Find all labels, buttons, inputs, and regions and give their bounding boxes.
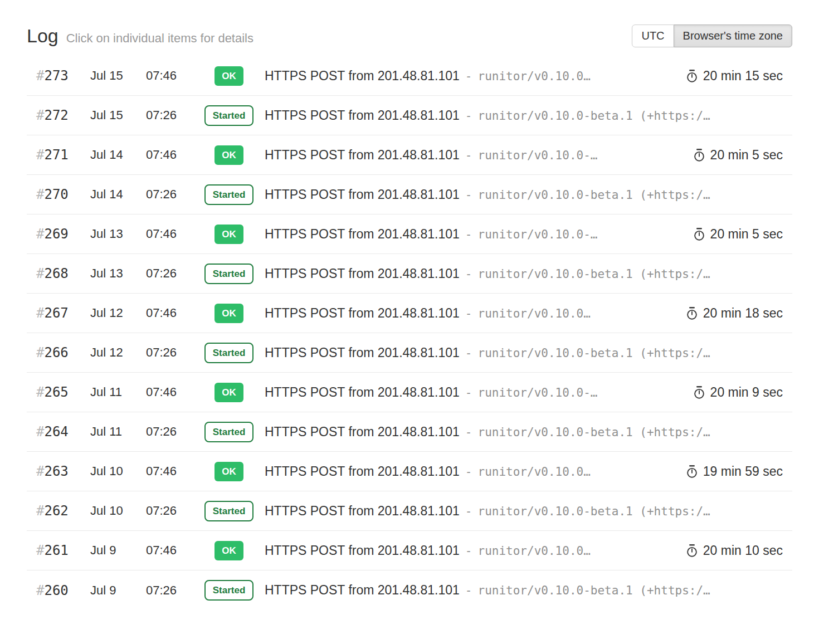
event-date: Jul 10 <box>90 464 146 479</box>
event-time: 07:46 <box>146 148 193 162</box>
log-page: Log Click on individual items for detail… <box>0 0 819 610</box>
separator-dash: - <box>465 228 472 241</box>
event-time: 07:26 <box>146 345 193 360</box>
event-time: 07:26 <box>146 504 193 518</box>
log-row[interactable]: #264 Jul 11 07:26 Started HTTPS POST fro… <box>27 412 792 452</box>
event-message: HTTPS POST from 201.48.81.101 <box>265 69 460 84</box>
stopwatch-icon <box>686 544 698 558</box>
log-row[interactable]: #262 Jul 10 07:26 Started HTTPS POST fro… <box>27 491 792 531</box>
event-message: HTTPS POST from 201.48.81.101 <box>265 266 460 281</box>
event-message: HTTPS POST from 201.48.81.101 <box>265 306 460 321</box>
log-row[interactable]: #265 Jul 11 07:46 OK HTTPS POST from 201… <box>27 373 792 412</box>
duration-text: 19 min 59 sec <box>703 464 783 479</box>
separator-dash: - <box>465 426 472 439</box>
event-message: HTTPS POST from 201.48.81.101 <box>265 148 460 163</box>
event-description: HTTPS POST from 201.48.81.101-runitor/v0… <box>265 69 686 84</box>
status-badge-cell: OK <box>193 145 265 165</box>
hash-prefix: # <box>36 424 44 440</box>
event-duration: 20 min 15 sec <box>686 69 783 84</box>
event-message: HTTPS POST from 201.48.81.101 <box>265 583 460 598</box>
check-number: #262 <box>36 503 90 519</box>
check-number: #271 <box>36 147 90 163</box>
user-agent-remark: runitor/v0.10.0-beta.1 (+https:/… <box>478 347 710 360</box>
page-header: Log Click on individual items for detail… <box>27 25 792 47</box>
separator-dash: - <box>465 465 472 479</box>
log-row[interactable]: #261 Jul 9 07:46 OK HTTPS POST from 201.… <box>27 531 792 570</box>
separator-dash: - <box>465 267 472 281</box>
log-row[interactable]: #267 Jul 12 07:46 OK HTTPS POST from 201… <box>27 294 792 333</box>
stopwatch-icon <box>693 386 705 399</box>
duration-text: 20 min 9 sec <box>710 385 783 400</box>
log-row[interactable]: #268 Jul 13 07:26 Started HTTPS POST fro… <box>27 254 792 294</box>
log-row[interactable]: #266 Jul 12 07:26 Started HTTPS POST fro… <box>27 333 792 373</box>
status-badge-cell: OK <box>193 541 265 560</box>
status-badge: OK <box>214 462 243 481</box>
status-badge-cell: Started <box>193 343 265 363</box>
event-description: HTTPS POST from 201.48.81.101-runitor/v0… <box>265 187 783 202</box>
log-row[interactable]: #270 Jul 14 07:26 Started HTTPS POST fro… <box>27 175 792 214</box>
check-number-value: 272 <box>44 108 68 123</box>
status-badge: OK <box>214 145 243 165</box>
event-message: HTTPS POST from 201.48.81.101 <box>265 543 460 558</box>
log-row[interactable]: #273 Jul 15 07:46 OK HTTPS POST from 201… <box>27 56 792 96</box>
user-agent-remark: runitor/v0.10.0-… <box>478 149 598 162</box>
hash-prefix: # <box>36 226 44 242</box>
check-number: #269 <box>36 226 90 242</box>
event-description: HTTPS POST from 201.48.81.101-runitor/v0… <box>265 266 783 281</box>
event-duration: 20 min 5 sec <box>693 227 783 242</box>
check-number: #267 <box>36 305 90 321</box>
event-date: Jul 13 <box>90 227 146 241</box>
user-agent-remark: runitor/v0.10.0-beta.1 (+https:/… <box>478 584 710 597</box>
event-time: 07:26 <box>146 266 193 281</box>
status-badge-cell: Started <box>193 105 265 126</box>
check-number: #266 <box>36 345 90 360</box>
status-badge: Started <box>204 264 254 284</box>
check-number: #273 <box>36 68 90 84</box>
log-row[interactable]: #271 Jul 14 07:46 OK HTTPS POST from 201… <box>27 135 792 175</box>
event-date: Jul 9 <box>90 543 146 558</box>
log-list: #273 Jul 15 07:46 OK HTTPS POST from 201… <box>27 56 792 610</box>
stopwatch-icon <box>686 465 698 479</box>
event-date: Jul 12 <box>90 306 146 320</box>
status-badge-cell: OK <box>193 66 265 86</box>
event-time: 07:26 <box>146 108 193 123</box>
event-duration: 20 min 9 sec <box>693 385 783 400</box>
browser-timezone-button[interactable]: Browser's time zone <box>674 25 792 47</box>
user-agent-remark: runitor/v0.10.0-beta.1 (+https:/… <box>478 505 710 518</box>
check-number-value: 269 <box>44 226 68 242</box>
event-date: Jul 9 <box>90 583 146 598</box>
check-number: #261 <box>36 543 90 558</box>
event-description: HTTPS POST from 201.48.81.101-runitor/v0… <box>265 108 783 123</box>
event-time: 07:46 <box>146 464 193 479</box>
event-time: 07:46 <box>146 543 193 558</box>
hash-prefix: # <box>36 187 44 202</box>
event-time: 07:46 <box>146 69 193 83</box>
log-row[interactable]: #260 Jul 9 07:26 Started HTTPS POST from… <box>27 570 792 610</box>
separator-dash: - <box>465 584 472 597</box>
event-description: HTTPS POST from 201.48.81.101-runitor/v0… <box>265 345 783 360</box>
utc-button[interactable]: UTC <box>632 25 674 47</box>
event-message: HTTPS POST from 201.48.81.101 <box>265 464 460 479</box>
hash-prefix: # <box>36 108 44 123</box>
check-number: #270 <box>36 187 90 202</box>
event-date: Jul 11 <box>90 425 146 439</box>
status-badge-cell: Started <box>193 184 265 205</box>
check-number-value: 270 <box>44 187 68 202</box>
status-badge-cell: OK <box>193 225 265 244</box>
duration-text: 20 min 5 sec <box>710 227 783 242</box>
log-row[interactable]: #272 Jul 15 07:26 Started HTTPS POST fro… <box>27 96 792 135</box>
status-badge-cell: Started <box>193 501 265 521</box>
log-row[interactable]: #269 Jul 13 07:46 OK HTTPS POST from 201… <box>27 214 792 254</box>
check-number: #265 <box>36 384 90 400</box>
hash-prefix: # <box>36 345 44 360</box>
event-description: HTTPS POST from 201.48.81.101-runitor/v0… <box>265 464 686 479</box>
event-description: HTTPS POST from 201.48.81.101-runitor/v0… <box>265 227 693 242</box>
stopwatch-icon <box>686 306 698 320</box>
duration-text: 20 min 5 sec <box>710 148 783 163</box>
check-number: #272 <box>36 108 90 123</box>
status-badge: Started <box>204 501 254 521</box>
page-title: Log <box>27 25 58 47</box>
status-badge: OK <box>214 66 243 86</box>
status-badge: OK <box>214 541 243 560</box>
log-row[interactable]: #263 Jul 10 07:46 OK HTTPS POST from 201… <box>27 452 792 491</box>
